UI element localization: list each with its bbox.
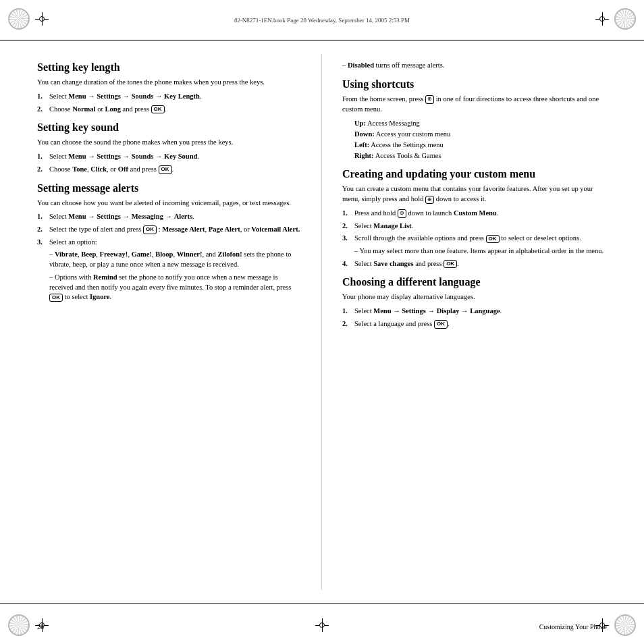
- intro-language: Your phone may display alternative langu…: [342, 292, 607, 302]
- top-left-decoration: [8, 8, 30, 30]
- intro-custom-menu: You can create a custom menu that contai…: [342, 184, 607, 204]
- steps-language: 1. Select Menu → Settings → Display → La…: [342, 306, 607, 329]
- ok-icon-2: OK: [159, 165, 172, 173]
- step-custom-3: 3. Scroll through the available options …: [342, 234, 607, 244]
- ok-icon-5: OK: [486, 235, 500, 243]
- step-alerts-1: 1. Select Menu → Settings → Messaging → …: [37, 212, 301, 222]
- step-alerts-2: 2. Select the type of alert and press OK…: [37, 225, 301, 235]
- intro-message-alerts: You can choose how you want be alerted o…: [37, 198, 301, 209]
- heading-custom-menu: Creating and updating your custom menu: [342, 167, 607, 180]
- direction-up: Up: Access Messaging: [354, 118, 607, 129]
- top-bar: 82-N8271-1EN.book Page 28 Wednesday, Sep…: [0, 0, 644, 41]
- bottom-bar: 28 Customizing Your Phone: [0, 603, 644, 644]
- direction-list: Up: Access Messaging Down: Access your c…: [354, 118, 607, 161]
- header-file-info: 82-N8271-1EN.book Page 28 Wednesday, Sep…: [234, 17, 410, 24]
- top-left-crosshair: [35, 12, 49, 26]
- step-custom-1: 1. Press and hold ⊕ down to launch Custo…: [342, 209, 607, 219]
- step-key-length-1: 1. Select Menu → Settings → Sounds → Key…: [37, 92, 301, 102]
- section-custom-menu: Creating and updating your custom menu Y…: [342, 167, 607, 269]
- nav-key-icon: ⊕: [425, 95, 434, 103]
- ok-icon: OK: [151, 105, 165, 113]
- steps-custom-menu-2: 4. Select Save changes and press OK.: [342, 259, 607, 269]
- nav-key-icon-2: ⊕: [425, 196, 434, 204]
- bottom-left-decoration: [8, 614, 30, 636]
- direction-down: Down: Access your custom menu: [354, 129, 607, 140]
- intro-key-length: You can change duration of the tones the…: [37, 78, 301, 88]
- ok-icon-3: OK: [143, 225, 157, 234]
- ok-icon-7: OK: [434, 320, 448, 328]
- step-key-length-2: 2. Choose Normal or Long and press OK.: [37, 105, 301, 115]
- step-custom-2: 2. Select Manage List.: [342, 221, 607, 232]
- dash-alert-vibrate: – Vibrate, Beep, Freeway!, Game!, Bloop,…: [49, 250, 301, 269]
- top-right-decoration: [614, 8, 636, 30]
- left-column: Setting key length You can change durati…: [0, 54, 322, 590]
- right-column: – Disabled turns off message alerts. Usi…: [322, 54, 644, 590]
- step-key-sound-1: 1. Select Menu → Settings → Sounds → Key…: [37, 152, 301, 162]
- ok-icon-4: OK: [49, 294, 63, 302]
- content-area: Setting key length You can change durati…: [0, 41, 644, 603]
- section-setting-key-length: Setting key length You can change durati…: [37, 61, 301, 114]
- steps-message-alerts: 1. Select Menu → Settings → Messaging → …: [37, 212, 301, 247]
- direction-right: Right: Access Tools & Games: [354, 151, 607, 161]
- steps-custom-menu: 1. Press and hold ⊕ down to launch Custo…: [342, 209, 607, 244]
- steps-key-sound: 1. Select Menu → Settings → Sounds → Key…: [37, 152, 301, 174]
- section-language: Choosing a different language Your phone…: [342, 275, 607, 329]
- top-right-crosshair: [595, 12, 609, 26]
- bottom-right-crosshair: [595, 618, 609, 632]
- step-lang-2: 2. Select a language and press OK.: [342, 319, 607, 329]
- section-message-alerts: Setting message alerts You can choose ho…: [37, 182, 301, 302]
- intro-key-sound: You can choose the sound the phone makes…: [37, 138, 301, 148]
- bottom-center-crosshair: [315, 618, 329, 632]
- sub-note-custom: – You may select more than one feature. …: [354, 246, 607, 257]
- nav-key-icon-3: ⊕: [398, 209, 406, 217]
- heading-language: Choosing a different language: [342, 275, 607, 288]
- heading-message-alerts: Setting message alerts: [37, 182, 301, 194]
- page-number: 28: [37, 623, 44, 630]
- step-custom-4: 4. Select Save changes and press OK.: [342, 259, 607, 269]
- intro-using-shortcuts: From the home screen, press ⊕ in one of …: [342, 95, 607, 114]
- step-lang-1: 1. Select Menu → Settings → Display → La…: [342, 306, 607, 317]
- dash-alert-remind: – Options with Remind set the phone to n…: [49, 273, 301, 302]
- section-using-shortcuts: Using shortcuts From the home screen, pr…: [342, 78, 607, 161]
- step-alerts-3: 3. Select an option:: [37, 238, 301, 248]
- bottom-right-decoration: [614, 614, 636, 636]
- heading-using-shortcuts: Using shortcuts: [342, 78, 607, 90]
- heading-key-sound: Setting key sound: [37, 121, 301, 134]
- direction-left: Left: Access the Settings menu: [354, 140, 607, 151]
- steps-key-length: 1. Select Menu → Settings → Sounds → Key…: [37, 92, 301, 114]
- dash-disabled-note: – Disabled turns off message alerts.: [342, 61, 607, 71]
- heading-key-length: Setting key length: [37, 61, 301, 74]
- step-key-sound-2: 2. Choose Tone, Click, or Off and press …: [37, 165, 301, 175]
- section-setting-key-sound: Setting key sound You can choose the sou…: [37, 121, 301, 174]
- ok-icon-6: OK: [444, 260, 457, 268]
